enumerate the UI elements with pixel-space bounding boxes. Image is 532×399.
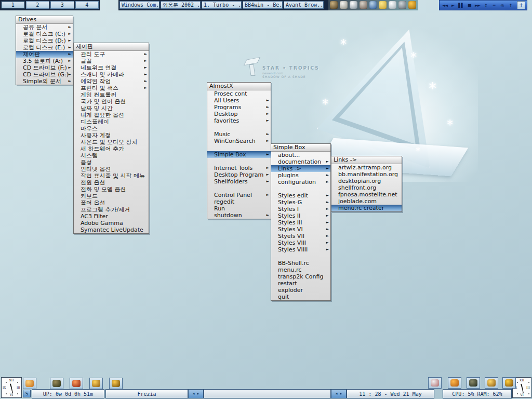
menu-item-row-19[interactable]: 작업 표시줄 및 시작 메뉴 (74, 172, 149, 179)
menu-item-prosec-cont[interactable]: Prosec cont (207, 90, 271, 97)
menu-item-configuration[interactable]: configuration► (271, 179, 330, 185)
menu-item-fpnosa-mostelite-net[interactable]: fpnosa.mostelite.net (331, 191, 402, 198)
workspace-tab-2[interactable]: 2 (26, 1, 50, 9)
task-button-3[interactable]: 1. Turbo - ... (202, 1, 242, 9)
menu-item-ac3-filter[interactable]: AC3 Filter (74, 213, 149, 220)
menu-item-cd-f[interactable]: CD 드라이브 (F:)► (16, 64, 73, 71)
stop-button[interactable]: ■ (466, 3, 473, 8)
menu-item-winconsearch[interactable]: WinConSearch► (207, 138, 271, 144)
next-workspace-arrow-icon[interactable]: ► (197, 392, 200, 396)
workspace-tab-1[interactable]: 1 (1, 1, 25, 9)
menu-item-row-20[interactable]: 전원 옵션 (74, 179, 149, 186)
task-button-2[interactable]: 영웅문 2002 ... (161, 1, 201, 9)
menu-item-simple[interactable]: Simple의 문서► (16, 78, 73, 85)
menu-item-restart[interactable]: restart (271, 280, 330, 287)
menu-item-row-7[interactable]: 게임 컨트롤러 (74, 91, 149, 98)
cap2-launcher-icon[interactable] (467, 377, 480, 389)
ladybug-launcher-icon[interactable] (70, 378, 83, 389)
menu-item-adobe-gamma[interactable]: Adobe Gamma (74, 220, 149, 227)
menu-item-row-13[interactable]: 사용자 계정 (74, 132, 149, 139)
menu-item-row-17[interactable]: 음성 (74, 159, 149, 166)
folder-launcher-icon[interactable] (89, 378, 103, 389)
menu-item-styles-g[interactable]: Styles-G► (271, 199, 330, 206)
menu-item-row-4[interactable]: 스캐너 및 카메라► (74, 71, 149, 78)
menu-item-styles-viii[interactable]: Styles VIII► (271, 240, 330, 246)
menu-item-row-3[interactable]: 네트워크 연결► (74, 64, 149, 71)
menu-item-shellfolders[interactable]: Shellfolders► (207, 178, 271, 185)
menu-item-row-10[interactable]: 내게 필요한 옵션 (74, 112, 149, 118)
eject-button[interactable]: ↕ (482, 3, 489, 8)
menu-item-styles-ii[interactable]: Styles II► (271, 212, 330, 219)
task-button-1[interactable]: Windows Com... (119, 1, 159, 9)
task-button-5[interactable]: Avant Brow... (284, 1, 324, 9)
menu-item-row-21[interactable]: 전화 및 모뎀 옵션 (74, 186, 149, 193)
layers-icon[interactable] (350, 1, 357, 9)
play-button[interactable]: ► (449, 3, 457, 8)
menu-item-shellfront-org[interactable]: shellfront.org (331, 184, 402, 191)
prev-workspace-arrow-icon[interactable]: ◄ (192, 392, 194, 396)
menu-item-row-11[interactable]: 디스플레이 (74, 118, 149, 125)
menu-item-row-15[interactable]: 새 하드웨어 추가 (74, 145, 149, 152)
pause-button[interactable]: ▌▌ (458, 3, 465, 8)
brush-launcher-icon[interactable] (485, 377, 498, 389)
style-button[interactable]: S (23, 390, 31, 397)
task-button-4[interactable]: BB4win - Be... (243, 1, 283, 9)
menu-item-row-1[interactable]: 공유 문서► (16, 24, 73, 31)
menu-item-joeblade-com[interactable]: joeblade.com (331, 198, 402, 205)
menu-item-internet-tools[interactable]: Internet Tools► (207, 165, 271, 171)
menu-item-desktop[interactable]: Desktop► (207, 111, 271, 117)
menu-item-all-users[interactable]: All Users► (207, 97, 271, 104)
detective-icon[interactable] (330, 1, 338, 9)
menu-item-transp2k-config[interactable]: transp2k Config (271, 273, 330, 280)
prev-task-arrow-icon[interactable]: ◄ (335, 392, 337, 396)
menu-item-row-22[interactable]: 키보드 (74, 193, 149, 200)
menu-item-exploder[interactable]: exploder (271, 287, 330, 294)
menu-item-e[interactable]: 로컬 디스크 (E:)► (16, 44, 73, 51)
menu-item-row-23[interactable]: 폴더 옵션 (74, 200, 149, 206)
menu-item-row-18[interactable]: 인터넷 옵션 (74, 166, 149, 172)
menu-item-programs[interactable]: Programs► (207, 104, 271, 111)
menu-item-symantec-liveupdate[interactable]: Symantec LiveUpdate (74, 227, 149, 233)
menu-item-styles-edit[interactable]: Styles edit► (271, 192, 330, 199)
menu-item-styles-iii[interactable]: Styles III► (271, 219, 330, 226)
menu-item-row-8[interactable]: 국가 및 언어 옵션 (74, 98, 149, 105)
workspace-tab-3[interactable]: 3 (50, 1, 74, 9)
menu-item-styles-vi[interactable]: Styles VI► (271, 226, 330, 233)
menu-item-artwiz-artramp-org[interactable]: artwiz.artramp.org (331, 164, 402, 171)
menu-item-about[interactable]: about... (271, 152, 330, 158)
up-button[interactable]: ↑ (507, 3, 514, 8)
menu-item-row-2[interactable]: 글꼴► (74, 58, 149, 64)
package-icon[interactable] (398, 1, 406, 9)
menu-item-row-1[interactable]: 관리 도구► (74, 51, 149, 58)
cd-launcher-icon[interactable] (428, 377, 442, 389)
menu-item-c[interactable]: 로컬 디스크 (C:)► (16, 31, 73, 37)
forward-button[interactable]: ►► (474, 3, 481, 8)
next-task-arrow-icon[interactable]: ► (340, 392, 342, 396)
menu-item-styles-i[interactable]: Styles I► (271, 206, 330, 212)
menu-item-row-9[interactable]: 날짜 및 시간 (74, 105, 149, 112)
add-button[interactable]: + (517, 1, 525, 9)
menu-item-styels-vii[interactable]: Styels VII► (271, 233, 330, 240)
menu-item-row-5[interactable]: 예약된 작업► (74, 78, 149, 85)
menu-item-3-5-a[interactable]: 3.5 플로피 (A:)► (16, 58, 73, 64)
ghost-icon[interactable] (389, 1, 396, 9)
menu-item-menu-rc[interactable]: menu.rc (271, 267, 330, 273)
menu-item-run[interactable]: Run (207, 205, 271, 212)
menu-item-links[interactable]: Links ->► (271, 165, 330, 172)
arrow-launcher-icon[interactable] (109, 378, 123, 389)
menu-item-shutdown[interactable]: shutdown► (207, 212, 271, 219)
menu-item-favorites[interactable]: favorites► (207, 117, 271, 124)
plane-icon[interactable] (360, 1, 367, 9)
menu-item-d[interactable]: 로컬 디스크 (D:)► (16, 37, 73, 44)
menu-item-desktopian-org[interactable]: desktopian.org (331, 178, 402, 184)
heart-launcher-icon[interactable] (502, 377, 516, 389)
menu-item-quit[interactable]: quit (271, 294, 330, 300)
menu-item-row-14[interactable]: 사운드 및 오디오 장치 (74, 139, 149, 145)
menu-item-regedit[interactable]: regedit (207, 198, 271, 205)
shell-launcher-icon[interactable] (23, 378, 36, 389)
menu-item-bb-shell-rc[interactable]: BB-Shell.rc (271, 260, 330, 267)
notes-icon[interactable] (379, 1, 387, 9)
menu-item-desktop-program[interactable]: Desktop Program► (207, 171, 271, 178)
cap-launcher-icon[interactable] (50, 378, 63, 389)
menu-item-music[interactable]: Music► (207, 131, 271, 138)
